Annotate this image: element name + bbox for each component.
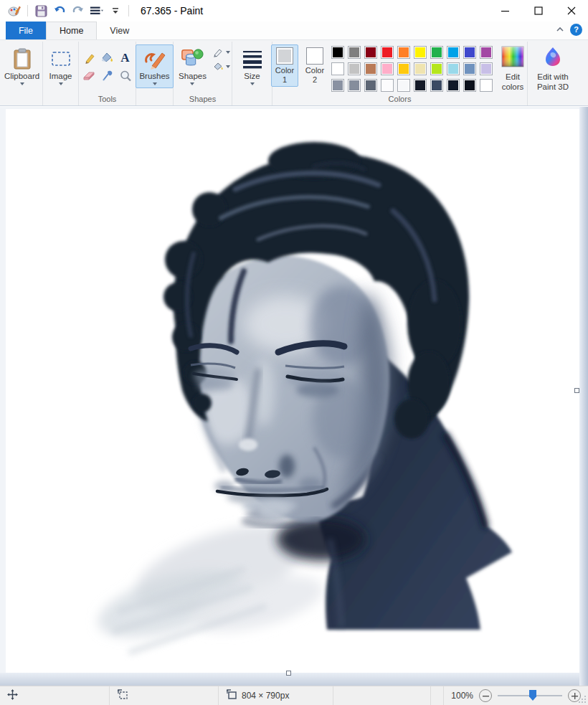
palette-swatch[interactable] (480, 79, 493, 92)
color-picker-tool-button[interactable] (100, 68, 115, 84)
edit-with-paint3d-button[interactable]: Edit with Paint 3D (533, 44, 573, 93)
magnifier-tool-button[interactable] (118, 68, 133, 84)
zoom-controls: 100% (443, 686, 588, 705)
paint-window: 67.365 - Paint File Home View ? (0, 0, 588, 705)
ribbon: Clipboard Image A (0, 40, 588, 106)
chevron-down-icon (226, 51, 230, 54)
file-size-section (333, 686, 431, 705)
undo-button[interactable] (52, 4, 67, 18)
canvas-size-value: 804 × 790px (242, 691, 289, 701)
collapse-ribbon-icon[interactable] (556, 23, 564, 36)
zoom-out-button[interactable] (479, 689, 492, 702)
divider (128, 5, 129, 16)
palette-swatch[interactable] (463, 79, 476, 92)
redo-button[interactable] (71, 4, 85, 18)
palette-swatch[interactable] (463, 62, 476, 75)
chevron-down-icon (250, 82, 255, 85)
canvas-resize-handle-bottom[interactable] (286, 671, 291, 676)
zoom-slider-thumb[interactable] (529, 690, 536, 701)
palette-swatch[interactable] (381, 46, 394, 59)
tab-file[interactable]: File (6, 22, 46, 39)
zoom-slider[interactable] (498, 690, 562, 701)
image-label: Image (49, 72, 72, 81)
edit-colors-button[interactable]: Edit colors (497, 44, 528, 93)
shapes-group: Shapes Shapes (174, 42, 232, 105)
palette-swatch[interactable] (430, 62, 443, 75)
eraser-tool-button[interactable] (82, 68, 98, 84)
image-button[interactable]: Image (46, 44, 76, 88)
palette-swatch[interactable] (463, 46, 476, 59)
paint-logo-icon (7, 4, 22, 18)
palette-swatch[interactable] (397, 46, 410, 59)
palette-swatch[interactable] (480, 62, 493, 75)
color-palette (331, 46, 494, 93)
palette-swatch[interactable] (381, 79, 394, 92)
save-button[interactable] (34, 4, 48, 18)
menu-button[interactable] (90, 4, 104, 18)
selection-size-section (110, 686, 219, 705)
shapes-icon (181, 47, 204, 70)
palette-swatch[interactable] (348, 46, 361, 59)
palette-swatch[interactable] (331, 62, 344, 75)
edit-colors-label: Edit colors (497, 72, 528, 93)
palette-swatch[interactable] (414, 62, 427, 75)
line-size-icon (241, 47, 264, 70)
tab-view[interactable]: View (97, 22, 142, 39)
palette-swatch[interactable] (447, 46, 460, 59)
canvas-resize-handle-right[interactable] (574, 388, 579, 393)
quick-access-toolbar: 67.365 - Paint (0, 4, 203, 18)
palette-swatch[interactable] (348, 62, 361, 75)
clipboard-button[interactable]: Clipboard (1, 44, 43, 88)
palette-swatch[interactable] (364, 46, 377, 59)
pencil-tool-button[interactable] (82, 50, 98, 66)
shapes-button[interactable]: Shapes (175, 44, 210, 88)
portrait-artwork (6, 109, 579, 673)
shape-fill-button[interactable] (213, 62, 230, 72)
palette-swatch[interactable] (331, 79, 344, 92)
palette-swatch[interactable] (364, 79, 377, 92)
zoom-level-value: 100% (451, 691, 473, 701)
palette-swatch[interactable] (364, 62, 377, 75)
brushes-button[interactable]: Brushes (136, 44, 173, 88)
tools-group: A Tools (79, 42, 136, 105)
cursor-position-icon (7, 689, 18, 702)
palette-swatch[interactable] (381, 62, 394, 75)
close-button[interactable] (555, 0, 588, 22)
palette-swatch[interactable] (447, 62, 460, 75)
palette-swatch[interactable] (447, 79, 460, 92)
text-tool-button[interactable]: A (118, 50, 133, 66)
tab-home[interactable]: Home (46, 22, 97, 39)
palette-swatch[interactable] (397, 62, 410, 75)
brushes-group: Brushes (136, 42, 174, 105)
palette-swatch[interactable] (348, 79, 361, 92)
fill-tool-button[interactable] (100, 50, 115, 66)
paint-canvas[interactable] (6, 109, 579, 673)
palette-swatch[interactable] (414, 46, 427, 59)
chevron-down-icon (226, 65, 230, 68)
palette-swatch[interactable] (430, 79, 443, 92)
resize-grip[interactable] (578, 695, 587, 704)
color1-button[interactable]: Color 1 (271, 44, 298, 87)
qat-overflow-button[interactable] (108, 4, 123, 18)
palette-swatch[interactable] (414, 79, 427, 92)
palette-swatch[interactable] (397, 79, 410, 92)
maximize-button[interactable] (522, 0, 555, 22)
brush-icon (143, 47, 166, 70)
image-group: Image (43, 42, 79, 105)
paint3d-icon (543, 46, 563, 70)
palette-swatch[interactable] (331, 46, 344, 59)
color2-button[interactable]: Color 2 (301, 44, 328, 87)
selection-size-icon (117, 689, 128, 702)
size-button[interactable]: Size (237, 44, 267, 88)
palette-swatch[interactable] (430, 46, 443, 59)
colors-group: Color 1 Color 2 Edit colors Colors (272, 42, 528, 105)
help-button[interactable]: ? (570, 24, 582, 36)
minimize-button[interactable] (489, 0, 522, 22)
shapes-caption: Shapes (174, 95, 232, 103)
shape-outline-button[interactable] (213, 47, 230, 57)
clipboard-label: Clipboard (4, 72, 39, 81)
clipboard-icon (11, 47, 34, 70)
paint3d-group: Edit with Paint 3D (528, 42, 578, 105)
workspace (0, 107, 588, 686)
palette-swatch[interactable] (480, 46, 493, 59)
